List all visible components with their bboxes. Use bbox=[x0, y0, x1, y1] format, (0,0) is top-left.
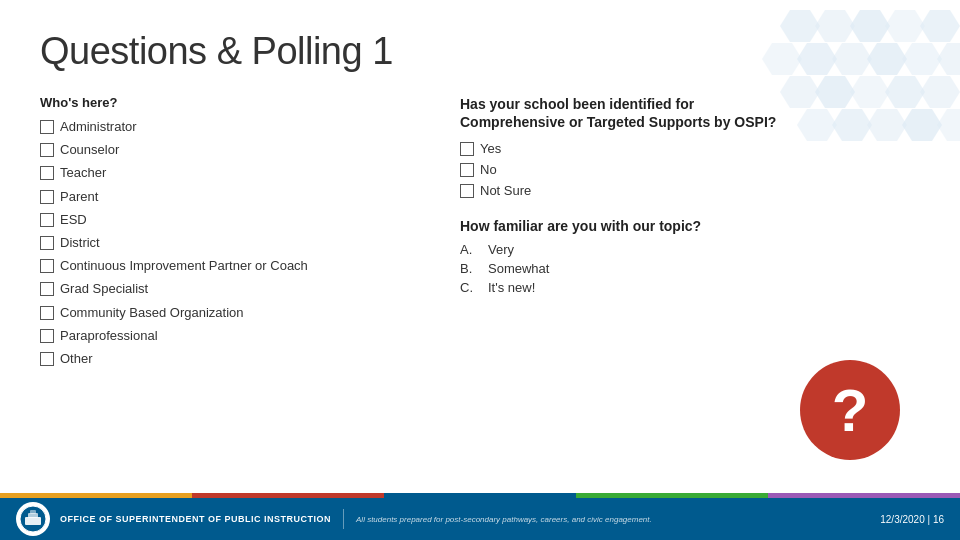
whos-here-heading: Who's here? bbox=[40, 95, 420, 110]
footer-divider bbox=[343, 509, 344, 529]
checkbox-other[interactable] bbox=[40, 352, 54, 366]
checkbox-yes[interactable] bbox=[460, 142, 474, 156]
checkbox-not-sure[interactable] bbox=[460, 184, 474, 198]
footer-logo bbox=[16, 502, 50, 536]
list-item-no: No bbox=[460, 162, 920, 177]
question-circle: ? bbox=[800, 360, 900, 460]
ospi-section: Has your school been identified forCompr… bbox=[460, 95, 920, 198]
page: Questions & Polling 1 Who's here? Admini… bbox=[0, 0, 960, 540]
list-item: Counselor bbox=[40, 141, 420, 159]
list-item-not-sure: Not Sure bbox=[460, 183, 920, 198]
checkbox-cbo[interactable] bbox=[40, 306, 54, 320]
list-item: Grad Specialist bbox=[40, 280, 420, 298]
svg-rect-24 bbox=[30, 510, 36, 514]
footer-date: 12/3/2020 | 16 bbox=[880, 514, 944, 525]
checkbox-cip[interactable] bbox=[40, 259, 54, 273]
left-column: Who's here? Administrator Counselor Teac… bbox=[40, 95, 420, 373]
main-content: Questions & Polling 1 Who's here? Admini… bbox=[0, 0, 960, 383]
familiar-section: How familiar are you with our topic? A. … bbox=[460, 218, 920, 295]
list-item: Continuous Improvement Partner or Coach bbox=[40, 257, 420, 275]
footer: OFFICE OF SUPERINTENDENT OF PUBLIC INSTR… bbox=[0, 498, 960, 540]
list-item: Administrator bbox=[40, 118, 420, 136]
checkbox-district[interactable] bbox=[40, 236, 54, 250]
checkbox-list: Administrator Counselor Teacher Parent E… bbox=[40, 118, 420, 368]
footer-tagline: All students prepared for post-secondary… bbox=[356, 515, 880, 524]
right-column: Has your school been identified forCompr… bbox=[460, 95, 920, 373]
page-title: Questions & Polling 1 bbox=[40, 30, 920, 73]
checkbox-esd[interactable] bbox=[40, 213, 54, 227]
familiar-options: A. Very B. Somewhat C. It's new! bbox=[460, 242, 920, 295]
checkbox-parent[interactable] bbox=[40, 190, 54, 204]
list-item-yes: Yes bbox=[460, 141, 920, 156]
checkbox-grad[interactable] bbox=[40, 282, 54, 296]
checkbox-no[interactable] bbox=[460, 163, 474, 177]
checkbox-teacher[interactable] bbox=[40, 166, 54, 180]
familiar-item-a: A. Very bbox=[460, 242, 920, 257]
list-item: Paraprofessional bbox=[40, 327, 420, 345]
familiar-item-b: B. Somewhat bbox=[460, 261, 920, 276]
list-item: District bbox=[40, 234, 420, 252]
list-item: Community Based Organization bbox=[40, 304, 420, 322]
list-item: ESD bbox=[40, 211, 420, 229]
checkbox-counselor[interactable] bbox=[40, 143, 54, 157]
familiar-heading: How familiar are you with our topic? bbox=[460, 218, 920, 234]
two-column-layout: Who's here? Administrator Counselor Teac… bbox=[40, 95, 920, 373]
checkbox-para[interactable] bbox=[40, 329, 54, 343]
question-mark: ? bbox=[832, 376, 869, 445]
svg-rect-22 bbox=[25, 517, 41, 525]
list-item: Teacher bbox=[40, 164, 420, 182]
footer-org-text: OFFICE OF SUPERINTENDENT OF PUBLIC INSTR… bbox=[60, 514, 331, 524]
ospi-heading: Has your school been identified forCompr… bbox=[460, 95, 920, 131]
list-item: Parent bbox=[40, 188, 420, 206]
list-item: Other bbox=[40, 350, 420, 368]
familiar-item-c: C. It's new! bbox=[460, 280, 920, 295]
checkbox-administrator[interactable] bbox=[40, 120, 54, 134]
